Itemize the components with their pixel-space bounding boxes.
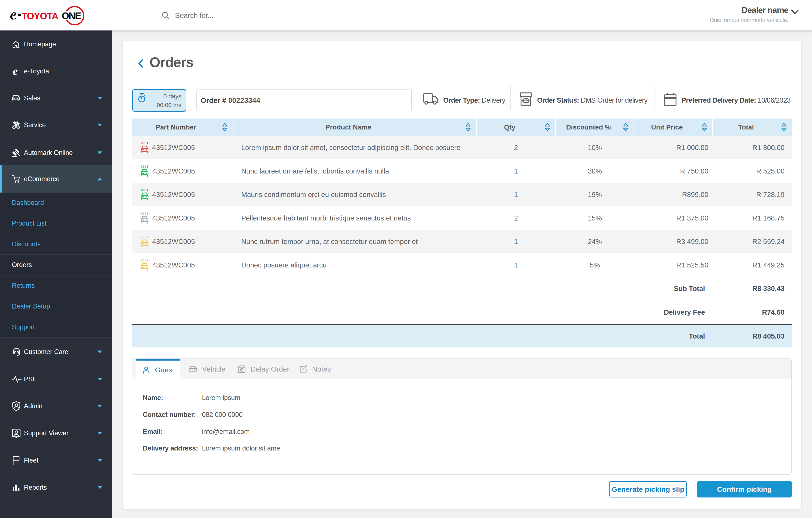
svg-text:0001: 0001 (141, 141, 148, 145)
svg-text:0001: 0001 (141, 165, 148, 168)
svg-text:ONE: ONE (62, 10, 81, 21)
svg-text:TOYOTA: TOYOTA (22, 11, 58, 21)
svg-text:0001: 0001 (141, 259, 148, 262)
svg-text:e: e (13, 66, 18, 76)
svg-text:e: e (10, 6, 17, 23)
svg-text:0001: 0001 (141, 189, 148, 192)
svg-text:0001: 0001 (141, 212, 148, 215)
svg-text:0001: 0001 (141, 236, 148, 239)
